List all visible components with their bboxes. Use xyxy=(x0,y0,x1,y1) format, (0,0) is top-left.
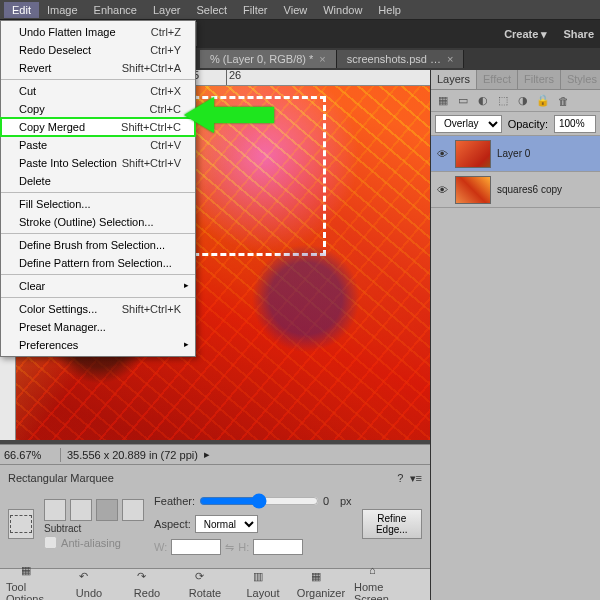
new-group-icon[interactable]: ▭ xyxy=(455,93,471,109)
menu-item-redo-deselect[interactable]: Redo DeselectCtrl+Y xyxy=(1,41,195,59)
menu-select[interactable]: Select xyxy=(189,2,236,18)
tool-options-panel: Rectangular Marquee ? ▾≡ Subtract Anti-a… xyxy=(0,464,430,568)
menu-item-copy[interactable]: CopyCtrl+C xyxy=(1,100,195,118)
layer-thumbnail[interactable] xyxy=(455,176,491,204)
opacity-input[interactable] xyxy=(554,115,596,133)
menu-item-define-pattern-from-selection-[interactable]: Define Pattern from Selection... xyxy=(1,254,195,272)
action-share[interactable]: Share xyxy=(563,28,594,41)
layer-name[interactable]: squares6 copy xyxy=(497,184,562,195)
visibility-icon[interactable]: 👁 xyxy=(435,183,449,197)
adjust-icon[interactable]: ◑ xyxy=(515,93,531,109)
menu-item-clear[interactable]: Clear xyxy=(1,277,195,295)
doc-tab-active[interactable]: % (Layer 0, RGB/8) *× xyxy=(200,50,337,68)
new-layer-icon[interactable]: ▦ xyxy=(435,93,451,109)
close-icon[interactable]: × xyxy=(319,53,325,65)
menu-item-define-brush-from-selection-[interactable]: Define Brush from Selection... xyxy=(1,236,195,254)
anti-aliasing-checkbox[interactable]: Anti-aliasing xyxy=(44,536,144,549)
help-icon[interactable]: ? xyxy=(397,472,403,484)
menu-layer[interactable]: Layer xyxy=(145,2,189,18)
flyout-icon[interactable]: ▾≡ xyxy=(410,472,422,484)
menu-item-stroke-outline-selection-[interactable]: Stroke (Outline) Selection... xyxy=(1,213,195,231)
fx-icon[interactable]: ⬚ xyxy=(495,93,511,109)
feather-slider[interactable] xyxy=(199,493,319,509)
right-panels: LayersEffectFiltersStylesGraph ▦ ▭ ◐ ⬚ ◑… xyxy=(430,70,600,600)
mode-subtract[interactable] xyxy=(96,499,118,521)
feather-field[interactable]: Feather: 0 px xyxy=(154,493,352,509)
quick-home-screen[interactable]: ⌂Home Screen xyxy=(354,564,404,600)
layer-row[interactable]: 👁Layer 0 xyxy=(431,136,600,172)
layer-thumbnail[interactable] xyxy=(455,140,491,168)
menu-window[interactable]: Window xyxy=(315,2,370,18)
menu-item-paste-into-selection[interactable]: Paste Into SelectionShift+Ctrl+V xyxy=(1,154,195,172)
layer-row[interactable]: 👁squares6 copy xyxy=(431,172,600,208)
menu-item-paste[interactable]: PasteCtrl+V xyxy=(1,136,195,154)
panel-tab-effect[interactable]: Effect xyxy=(477,70,518,89)
quick-redo[interactable]: ↷Redo xyxy=(122,570,172,599)
action-create[interactable]: Create ▾ xyxy=(504,28,547,41)
selection-mode-buttons xyxy=(44,499,144,521)
refine-edge-button[interactable]: Refine Edge... xyxy=(362,509,422,539)
mask-icon[interactable]: ◐ xyxy=(475,93,491,109)
layers-list: 👁Layer 0👁squares6 copy xyxy=(431,136,600,208)
mode-new[interactable] xyxy=(44,499,66,521)
menu-item-undo-flatten-image[interactable]: Undo Flatten ImageCtrl+Z xyxy=(1,23,195,41)
menu-help[interactable]: Help xyxy=(370,2,409,18)
doc-info: 35.556 x 20.889 in (72 ppi) xyxy=(67,449,198,461)
blend-mode-select[interactable]: Overlay xyxy=(435,115,502,133)
layer-tools: ▦ ▭ ◐ ⬚ ◑ 🔒 🗑 xyxy=(431,90,600,112)
layer-name[interactable]: Layer 0 xyxy=(497,148,530,159)
menu-filter[interactable]: Filter xyxy=(235,2,275,18)
menu-item-preset-manager-[interactable]: Preset Manager... xyxy=(1,318,195,336)
quick-layout[interactable]: ▥Layout xyxy=(238,570,288,599)
quick-organizer[interactable]: ▦Organizer xyxy=(296,570,346,599)
menu-item-preferences[interactable]: Preferences xyxy=(1,336,195,354)
marquee-tool-icon[interactable] xyxy=(8,509,34,539)
menu-item-delete[interactable]: Delete xyxy=(1,172,195,190)
menu-edit[interactable]: Edit xyxy=(4,2,39,18)
menubar: EditImageEnhanceLayerSelectFilterViewWin… xyxy=(0,0,600,20)
visibility-icon[interactable]: 👁 xyxy=(435,147,449,161)
panel-tab-filters[interactable]: Filters xyxy=(518,70,561,89)
panel-tabs: LayersEffectFiltersStylesGraph xyxy=(431,70,600,90)
tool-name: Rectangular Marquee xyxy=(8,472,114,484)
quick-tool-options[interactable]: ▦Tool Options xyxy=(6,564,56,600)
menu-item-fill-selection-[interactable]: Fill Selection... xyxy=(1,195,195,213)
aspect-select[interactable]: Normal xyxy=(195,515,258,533)
link-icon[interactable]: ⇋ xyxy=(225,541,234,554)
quick-toolbar: ▦Tool Options↶Undo↷Redo⟳Rotate▥Layout▦Or… xyxy=(0,568,430,600)
panel-tab-layers[interactable]: Layers xyxy=(431,70,477,89)
menu-image[interactable]: Image xyxy=(39,2,86,18)
menu-item-cut[interactable]: CutCtrl+X xyxy=(1,82,195,100)
quick-undo[interactable]: ↶Undo xyxy=(64,570,114,599)
lock-icon[interactable]: 🔒 xyxy=(535,93,551,109)
menu-item-copy-merged[interactable]: Copy MergedShift+Ctrl+C xyxy=(1,118,195,136)
status-bar: 66.67% 35.556 x 20.889 in (72 ppi) ▸ xyxy=(0,444,430,464)
menu-item-revert[interactable]: RevertShift+Ctrl+A xyxy=(1,59,195,77)
mode-intersect[interactable] xyxy=(122,499,144,521)
workspace-actions: Create ▾Share xyxy=(504,28,594,41)
panel-tab-styles[interactable]: Styles xyxy=(561,70,600,89)
menu-view[interactable]: View xyxy=(276,2,316,18)
menu-enhance[interactable]: Enhance xyxy=(86,2,145,18)
mode-add[interactable] xyxy=(70,499,92,521)
close-icon[interactable]: × xyxy=(447,53,453,65)
height-input xyxy=(253,539,303,555)
edit-menu: Undo Flatten ImageCtrl+ZRedo DeselectCtr… xyxy=(0,20,196,357)
width-input xyxy=(171,539,221,555)
zoom-level[interactable]: 66.67% xyxy=(4,449,54,461)
delete-icon[interactable]: 🗑 xyxy=(555,93,571,109)
quick-rotate[interactable]: ⟳Rotate xyxy=(180,570,230,599)
menu-item-color-settings-[interactable]: Color Settings...Shift+Ctrl+K xyxy=(1,300,195,318)
doc-tab[interactable]: screenshots.psd …× xyxy=(337,50,465,68)
